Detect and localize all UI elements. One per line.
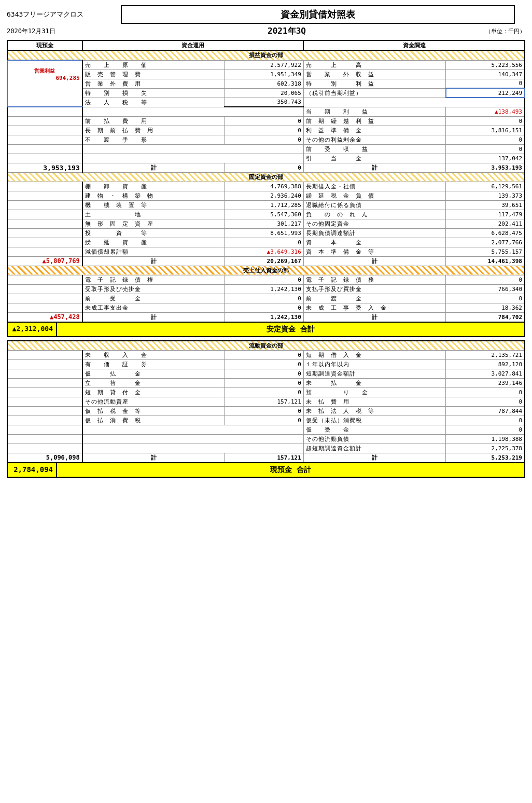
label-tanaoroshi: 棚 卸 資 産: [82, 182, 225, 191]
amount-mae-watashi: 0: [446, 294, 525, 303]
label-zenki-kurikoshi: 前 期 繰 越 利 益: [303, 116, 445, 126]
page-title: 資金別貸借対照表: [121, 5, 515, 24]
amount-shihonkin: 2,077,766: [446, 238, 525, 247]
spacer-r6: [7, 397, 82, 406]
label-sonota-ryudo-fusai: その他流動負債: [303, 434, 445, 444]
label-shiharai-tegata: 支払手形及び買掛金: [303, 284, 445, 294]
label-kariuke: 仮 受 金: [303, 425, 445, 434]
ryudo-genkin: 5,096,098: [7, 453, 82, 463]
amount-yuka-shoken: 0: [225, 359, 303, 369]
label-miseiko-nyukin: 未 成 工 事 受 入 金: [303, 303, 445, 312]
amount-mibarai: 239,146: [446, 378, 525, 387]
label-toshi: 投 資 等: [82, 228, 225, 238]
label-yuka-shoken: 有 価 証 券: [82, 359, 225, 369]
date-left: 2020年12月31日: [7, 27, 110, 36]
kotei-genkin: ▲5,807,769: [7, 256, 82, 266]
amount-tokubetsurieki: 0: [446, 79, 525, 88]
label-kurinobe-zeikin: 繰 延 税 金 負 債: [303, 191, 445, 200]
spacer-r3: [7, 369, 82, 378]
label-choki-fusai-kei: 長期負債調達額計: [303, 228, 445, 238]
label-sonota-rieki-yojo: その他の利益剰余金: [303, 135, 445, 144]
antei-genkin: ▲2,312,004: [8, 323, 57, 336]
amount-ichinennai: 892,120: [446, 359, 525, 369]
spacer-u2: [7, 284, 82, 294]
spacer2: [7, 107, 82, 116]
amount-tanki-chotatsu-kei: 3,027,841: [446, 369, 525, 378]
amount-maebara: 0: [225, 116, 303, 126]
spacer10: [82, 154, 304, 163]
amount-tanki-kariire: 2,135,721: [446, 350, 525, 359]
amount-rieki-junbikin: 3,816,151: [446, 126, 525, 135]
amount-fu-no-noren: 117,479: [446, 210, 525, 219]
kotei-kei-label2: 計: [303, 256, 445, 266]
label-azukari: 預 り 金: [303, 387, 445, 397]
spacer-u4: [7, 303, 82, 312]
label-kariuke-shohi: 仮受（未払）消費税: [303, 416, 445, 425]
amount-denshi-saiken: 0: [225, 275, 303, 284]
amount-mibarai-hojinzei: 787,844: [446, 406, 525, 416]
spacer-r10b: [82, 434, 304, 444]
uriage-header: 売上仕入資金の部: [7, 266, 525, 275]
amount-choki-kariire: 6,129,561: [446, 182, 525, 191]
amount-mukei-kotei: 301,217: [225, 219, 303, 228]
label-choki-kariire: 長期借入金・社債: [303, 182, 445, 191]
spacer-r4: [7, 378, 82, 387]
amount-kariuke-shohi: 0: [446, 416, 525, 425]
label-tatekae: 立 替 金: [82, 378, 225, 387]
col-header-chotatsu: 資金調達: [303, 40, 525, 50]
amount-choki-maebara: 0: [225, 126, 303, 135]
spacer8: [82, 144, 304, 154]
uriage-kei-label: 計: [82, 312, 225, 322]
amount-kari-barai: 0: [225, 369, 303, 378]
label-uketori-tegata: 受取手形及び売掛金: [82, 284, 225, 294]
spacer-r9: [7, 425, 82, 434]
kotei-left-total: 20,269,167: [225, 256, 303, 266]
amount-kurinobe-zeikin: 139,373: [446, 191, 525, 200]
label-shihon-junbikin: 資 本 準 備 金 等: [303, 247, 445, 256]
soneki-kei-label: 計: [82, 163, 225, 172]
spacer9: [7, 154, 82, 163]
label-kikai: 機 械 装 置 等: [82, 200, 225, 210]
antei-label: 安定資金 合計: [57, 323, 524, 336]
amount-kikai: 1,712,285: [225, 200, 303, 210]
soneki-kei-label2: 計: [303, 163, 445, 172]
spacer-u1: [7, 275, 82, 284]
spacer-k8: [7, 247, 82, 256]
date-center: 2021年3Q: [110, 26, 463, 37]
amount-choutanki-chotatsu: 2,225,378: [446, 444, 525, 453]
genkin-total-label: 現預金 合計: [57, 463, 524, 477]
amount-maeukeCollect: 0: [446, 144, 525, 154]
eigyo-rieki-spacer: [7, 88, 82, 98]
label-choutanki-chotatsu: 超短期調達資金額計: [303, 444, 445, 453]
label-shihonkin: 資 本 金: [303, 238, 445, 247]
ryudo-kei-label2: 計: [303, 453, 445, 463]
amount-genka-shokyaku: ▲3,649,316: [225, 247, 303, 256]
label-mibarai-hiyo: 未 払 費 用: [303, 397, 445, 406]
label-sonota-ryudo-shisan: その他流動資産: [82, 397, 225, 406]
label-tochi: 土 地: [82, 210, 225, 219]
soneki-left-total: 0: [225, 163, 303, 172]
label-miseiko-shishutsu: 未成工事支出金: [82, 303, 225, 312]
label-mae-uke: 前 受 金: [82, 294, 225, 303]
uriage-kei-label2: 計: [303, 312, 445, 322]
label-mukei-kotei: 無 形 固 定 資 産: [82, 219, 225, 228]
amount-denshi-saimu: 0: [446, 275, 525, 284]
col-header-genkin: 現預金: [7, 40, 82, 50]
label-ichinennai: １年以内年以内: [303, 359, 445, 369]
amount-karibarai-shohi: 0: [225, 416, 303, 425]
label-tokierieki: 当 期 利 益: [303, 107, 445, 116]
label-sonota-kotei: その他固定資金: [303, 219, 445, 228]
label-maebara: 前 払 費 用: [82, 116, 225, 126]
spacer-r11b: [82, 444, 304, 453]
spacer-k4: [7, 210, 82, 219]
label-mibarai-hojinzei: 未 払 法 人 税 等: [303, 406, 445, 416]
amount-zenki-kurikoshi: 0: [446, 116, 525, 126]
amount-mae-uke: 0: [225, 294, 303, 303]
eigyo-rieki-amount: 694,285: [10, 75, 80, 81]
amount-tanki-kashitsuke: 0: [225, 387, 303, 397]
amount-sonota-kotei: 202,411: [446, 219, 525, 228]
amount-hanbaikanrihi: 1,951,349: [225, 70, 303, 79]
eigyo-rieki-label: 営業利益: [10, 67, 80, 75]
amount-tanaoroshi: 4,769,388: [225, 182, 303, 191]
ryudo-right-total: 5,253,219: [446, 453, 525, 463]
